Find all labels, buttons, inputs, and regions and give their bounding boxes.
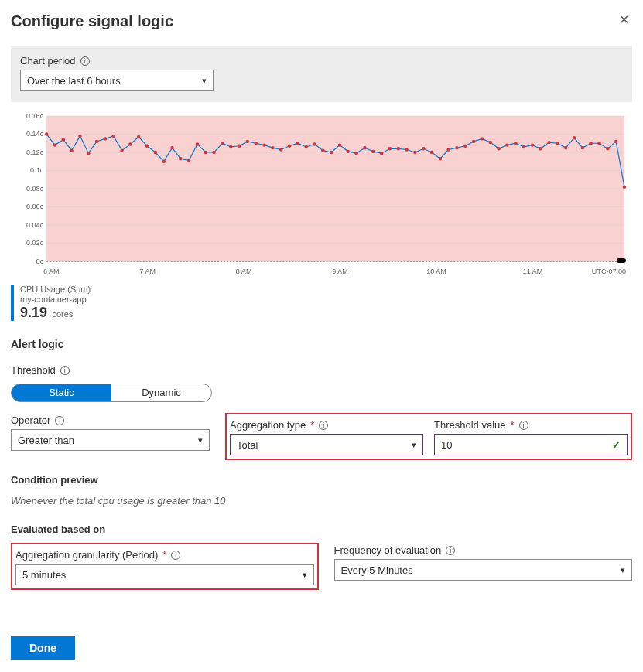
operator-select[interactable]: Greater than ▾ <box>11 429 210 451</box>
chevron-down-icon: ▾ <box>303 570 307 580</box>
required-indicator: * <box>511 419 515 431</box>
svg-point-37 <box>120 148 123 152</box>
svg-point-51 <box>238 145 241 148</box>
svg-point-44 <box>179 157 182 160</box>
svg-point-63 <box>338 143 341 146</box>
svg-point-45 <box>187 159 190 162</box>
svg-point-36 <box>112 135 115 138</box>
done-button[interactable]: Done <box>11 636 75 660</box>
granularity-select[interactable]: 5 minutes ▾ <box>15 564 314 585</box>
svg-text:0c: 0c <box>36 258 44 265</box>
svg-point-31 <box>70 148 73 152</box>
metric-chart: 0c0.02c0.04c0.06c0.08c0.1c0.12c0.14c0.16… <box>11 111 632 281</box>
svg-point-58 <box>296 142 299 145</box>
chart-period-label: Chart period <box>20 55 76 67</box>
info-icon[interactable]: i <box>55 416 64 425</box>
svg-point-28 <box>45 132 48 135</box>
svg-point-64 <box>347 150 350 153</box>
svg-text:0.08c: 0.08c <box>26 185 44 193</box>
info-icon[interactable]: i <box>171 551 180 560</box>
threshold-mode-segmented[interactable]: Static Dynamic <box>11 384 212 402</box>
svg-text:0.1c: 0.1c <box>30 167 44 175</box>
svg-point-94 <box>597 142 600 145</box>
svg-point-52 <box>246 140 249 143</box>
svg-point-83 <box>505 143 508 146</box>
aggregation-type-value: Total <box>237 439 258 451</box>
frequency-select[interactable]: Every 5 Minutes ▾ <box>334 559 633 581</box>
svg-rect-27 <box>617 258 626 263</box>
svg-point-61 <box>321 148 324 152</box>
svg-point-89 <box>556 142 559 145</box>
info-icon[interactable]: i <box>319 421 328 430</box>
svg-point-65 <box>354 152 357 155</box>
chart-period-panel: Chart period i Over the last 6 hours ▾ <box>11 46 632 102</box>
threshold-value-input[interactable]: 10 ✓ <box>434 434 628 455</box>
info-icon[interactable]: i <box>60 366 70 375</box>
svg-point-43 <box>170 146 173 149</box>
svg-text:0.02c: 0.02c <box>26 240 44 247</box>
legend-value: 9.19 <box>20 305 47 320</box>
svg-point-53 <box>255 142 258 145</box>
svg-point-55 <box>271 146 274 149</box>
svg-point-75 <box>439 157 442 160</box>
svg-point-88 <box>547 141 550 144</box>
svg-point-48 <box>212 151 215 154</box>
svg-point-91 <box>573 136 576 139</box>
svg-point-69 <box>388 147 392 150</box>
svg-point-79 <box>472 140 475 143</box>
svg-point-47 <box>204 151 207 154</box>
evaluated-heading: Evaluated based on <box>11 524 632 535</box>
aggregation-type-select[interactable]: Total ▾ <box>230 434 423 455</box>
svg-text:10 AM: 10 AM <box>426 268 446 275</box>
svg-text:0.14c: 0.14c <box>26 131 44 138</box>
svg-point-90 <box>564 146 567 149</box>
svg-point-57 <box>288 145 291 148</box>
svg-point-38 <box>128 142 132 145</box>
chevron-down-icon: ▾ <box>198 435 203 445</box>
svg-point-87 <box>539 147 542 150</box>
svg-text:UTC-07:00: UTC-07:00 <box>592 268 626 275</box>
svg-point-30 <box>62 138 65 141</box>
info-icon[interactable]: i <box>446 546 455 555</box>
legend-resource: my-container-app <box>20 295 91 305</box>
svg-point-50 <box>229 145 232 148</box>
threshold-value-label: Threshold value <box>434 419 506 431</box>
svg-point-40 <box>145 145 149 148</box>
frequency-label: Frequency of evaluation <box>334 544 442 556</box>
svg-text:6 AM: 6 AM <box>43 268 60 275</box>
chart-period-select[interactable]: Over the last 6 hours ▾ <box>20 70 214 91</box>
svg-point-77 <box>455 146 458 149</box>
close-icon[interactable]: ✕ <box>616 9 632 30</box>
legend-color-bar <box>11 285 14 321</box>
svg-text:8 AM: 8 AM <box>236 268 252 275</box>
legend-metric: CPU Usage (Sum) <box>20 285 91 295</box>
legend-unit: cores <box>53 309 74 319</box>
threshold-mode-static[interactable]: Static <box>12 384 111 401</box>
page-title: Configure signal logic <box>11 12 173 30</box>
valid-check-icon: ✓ <box>612 439 621 451</box>
info-icon[interactable]: i <box>519 421 528 430</box>
svg-text:11 AM: 11 AM <box>523 268 543 275</box>
svg-point-93 <box>589 142 592 145</box>
svg-point-56 <box>279 148 282 151</box>
svg-point-29 <box>53 143 56 146</box>
info-icon[interactable]: i <box>80 56 90 66</box>
svg-point-34 <box>95 140 98 143</box>
svg-point-78 <box>463 145 467 148</box>
svg-point-67 <box>371 150 375 153</box>
aggregation-type-label: Aggregation type <box>230 419 306 431</box>
svg-point-41 <box>154 151 157 154</box>
svg-text:0.12c: 0.12c <box>26 148 44 156</box>
svg-point-74 <box>430 151 433 154</box>
threshold-mode-dynamic[interactable]: Dynamic <box>111 384 211 401</box>
svg-point-92 <box>581 146 584 149</box>
chart-legend: CPU Usage (Sum) my-container-app 9.19 co… <box>11 285 632 321</box>
svg-point-42 <box>162 160 165 163</box>
svg-text:9 AM: 9 AM <box>332 268 348 275</box>
granularity-value: 5 minutes <box>22 569 66 581</box>
svg-text:0.16c: 0.16c <box>26 112 44 120</box>
chevron-down-icon: ▾ <box>412 440 416 450</box>
svg-point-60 <box>313 142 316 145</box>
svg-point-39 <box>137 135 140 138</box>
operator-label: Operator <box>11 414 50 426</box>
